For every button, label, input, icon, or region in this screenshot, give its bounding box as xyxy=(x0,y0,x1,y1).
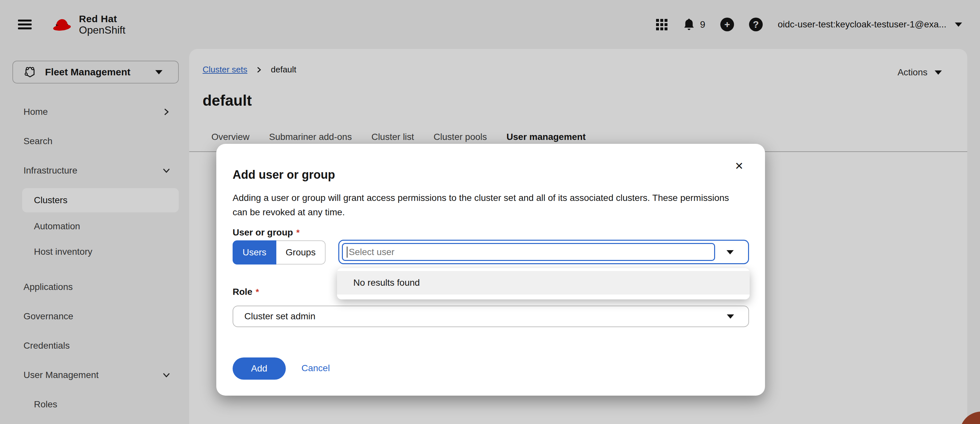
app-window: Red Hat OpenShift 9 + ? oidc-user-test:k… xyxy=(0,0,980,424)
no-results-item: No results found xyxy=(337,271,750,294)
user-select-menu: No results found xyxy=(337,268,750,299)
modal-title: Add user or group xyxy=(232,168,335,182)
add-user-or-group-modal: Add user or group ✕ Adding a user or gro… xyxy=(216,144,765,395)
user-select-placeholder: Select user xyxy=(349,247,395,257)
role-select[interactable]: Cluster set admin xyxy=(232,306,749,327)
text-cursor xyxy=(347,246,347,258)
role-label: Role* xyxy=(232,287,259,297)
required-indicator: * xyxy=(256,287,259,297)
role-select-value: Cluster set admin xyxy=(244,311,315,322)
cancel-button[interactable]: Cancel xyxy=(301,363,330,373)
groups-toggle-button[interactable]: Groups xyxy=(276,240,326,265)
add-button[interactable]: Add xyxy=(232,357,286,380)
select-caret-icon[interactable] xyxy=(727,250,734,254)
user-or-group-label: User or group* xyxy=(232,227,299,238)
required-indicator: * xyxy=(296,228,299,237)
close-icon[interactable]: ✕ xyxy=(735,161,743,171)
user-group-toggle: Users Groups xyxy=(232,240,326,265)
modal-description: Adding a user or group will grant access… xyxy=(232,191,745,219)
user-select-typeahead[interactable]: Select user xyxy=(338,240,749,264)
user-select-input[interactable]: Select user xyxy=(342,243,715,261)
select-caret-icon xyxy=(727,314,734,319)
users-toggle-button[interactable]: Users xyxy=(232,240,276,265)
